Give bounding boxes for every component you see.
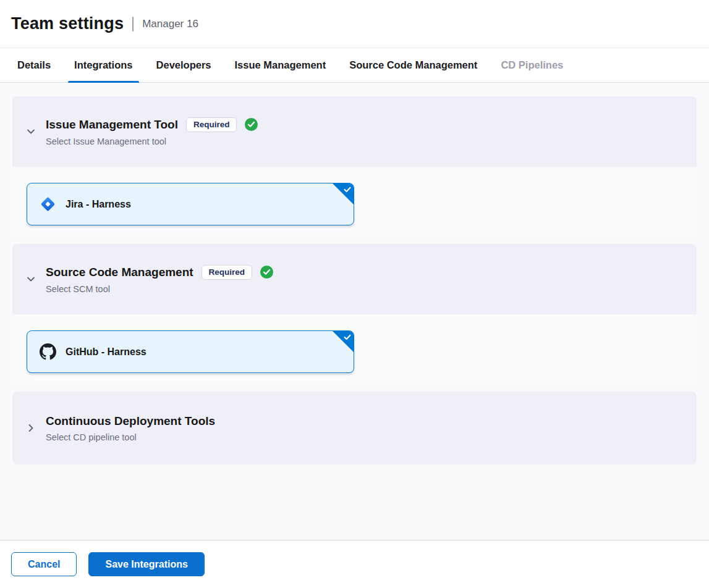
action-bar: Cancel Save Integrations bbox=[0, 540, 709, 588]
section-issue-management-tool: Issue Management Tool Required Select Is… bbox=[12, 96, 697, 237]
integrations-panel: Issue Management Tool Required Select Is… bbox=[0, 83, 709, 540]
page-subtitle: Manager 16 bbox=[142, 18, 198, 30]
section-scm-body: GitHub - Harness bbox=[12, 314, 697, 384]
section-issue-management-header[interactable]: Issue Management Tool Required Select Is… bbox=[12, 96, 697, 167]
tool-label: GitHub - Harness bbox=[66, 346, 146, 358]
tab-details[interactable]: Details bbox=[11, 48, 57, 82]
tool-card-jira[interactable]: Jira - Harness bbox=[27, 183, 354, 225]
section-heading-text: Source Code Management Required Select S… bbox=[46, 265, 273, 294]
section-title: Issue Management Tool bbox=[46, 118, 178, 132]
section-title: Source Code Management bbox=[46, 266, 193, 279]
save-integrations-button[interactable]: Save Integrations bbox=[88, 552, 204, 576]
chevron-down-icon[interactable] bbox=[26, 274, 36, 284]
required-badge: Required bbox=[186, 117, 237, 132]
tab-integrations[interactable]: Integrations bbox=[68, 48, 138, 82]
section-heading-text: Continuous Deployment Tools Select CD pi… bbox=[46, 414, 215, 442]
chevron-right-icon[interactable] bbox=[26, 423, 36, 433]
tool-label: Jira - Harness bbox=[66, 199, 131, 210]
required-badge: Required bbox=[202, 265, 253, 280]
section-issue-management-body: Jira - Harness bbox=[12, 167, 697, 237]
tab-bar: Details Integrations Developers Issue Ma… bbox=[0, 48, 709, 83]
tab-issue-management[interactable]: Issue Management bbox=[229, 48, 333, 82]
section-continuous-deployment: Continuous Deployment Tools Select CD pi… bbox=[12, 392, 697, 464]
section-subtitle: Select SCM tool bbox=[46, 284, 273, 294]
tab-cd-pipelines: CD Pipelines bbox=[495, 48, 569, 82]
title-divider bbox=[132, 17, 134, 32]
section-cd-header[interactable]: Continuous Deployment Tools Select CD pi… bbox=[12, 392, 697, 464]
section-subtitle: Select CD pipeline tool bbox=[46, 432, 215, 442]
selected-check-icon bbox=[343, 185, 352, 194]
success-check-icon bbox=[245, 118, 258, 131]
page-header: Team settings Manager 16 bbox=[0, 0, 709, 48]
tab-source-code-management[interactable]: Source Code Management bbox=[343, 48, 483, 82]
chevron-down-icon[interactable] bbox=[26, 127, 36, 136]
github-icon bbox=[40, 343, 56, 360]
jira-icon bbox=[40, 196, 56, 212]
section-title: Continuous Deployment Tools bbox=[46, 414, 215, 428]
cancel-button[interactable]: Cancel bbox=[11, 552, 77, 576]
selected-check-icon bbox=[343, 333, 352, 342]
page-title: Team settings bbox=[11, 14, 124, 33]
tab-developers[interactable]: Developers bbox=[150, 48, 218, 82]
tool-card-github[interactable]: GitHub - Harness bbox=[27, 330, 354, 373]
section-subtitle: Select Issue Management tool bbox=[46, 136, 258, 146]
success-check-icon bbox=[260, 266, 273, 279]
section-source-code-management: Source Code Management Required Select S… bbox=[12, 244, 697, 384]
section-scm-header[interactable]: Source Code Management Required Select S… bbox=[12, 244, 697, 314]
section-heading-text: Issue Management Tool Required Select Is… bbox=[46, 117, 258, 146]
